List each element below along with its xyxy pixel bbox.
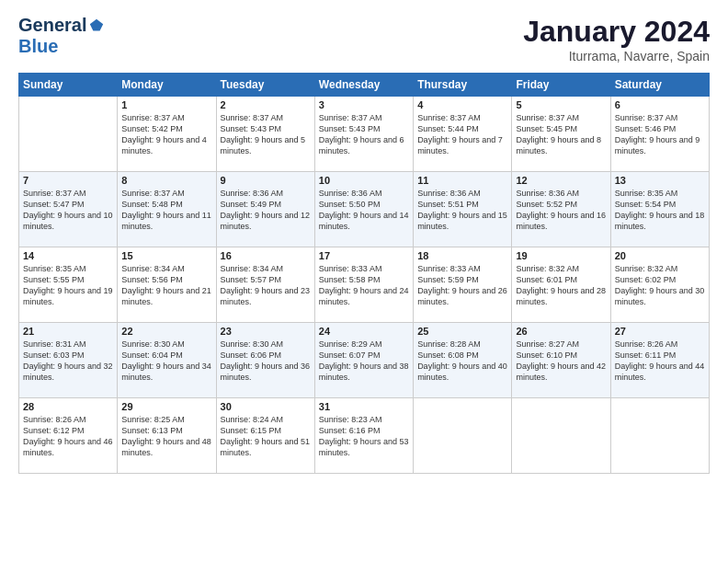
day-number: 21	[23, 326, 113, 337]
calendar-cell: 22 Sunrise: 8:30 AMSunset: 6:04 PMDaylig…	[118, 323, 216, 398]
day-number: 16	[221, 250, 311, 261]
day-number: 26	[516, 326, 606, 337]
cell-info: Sunrise: 8:30 AMSunset: 6:06 PMDaylight:…	[221, 339, 311, 384]
calendar-week-5: 28 Sunrise: 8:26 AMSunset: 6:12 PMDaylig…	[19, 398, 710, 474]
day-number: 28	[23, 401, 113, 412]
day-number: 3	[319, 99, 409, 110]
cell-info: Sunrise: 8:31 AMSunset: 6:03 PMDaylight:…	[23, 339, 113, 384]
calendar-cell: 12 Sunrise: 8:36 AMSunset: 5:52 PMDaylig…	[512, 172, 610, 247]
col-monday: Monday	[118, 74, 216, 97]
col-saturday: Saturday	[610, 74, 709, 97]
day-number: 5	[516, 99, 606, 110]
calendar-week-4: 21 Sunrise: 8:31 AMSunset: 6:03 PMDaylig…	[19, 323, 710, 398]
calendar-cell: 10 Sunrise: 8:36 AMSunset: 5:50 PMDaylig…	[314, 172, 413, 247]
logo-flag-icon	[88, 17, 105, 34]
day-number: 15	[121, 250, 211, 261]
cell-info: Sunrise: 8:24 AMSunset: 6:15 PMDaylight:…	[221, 414, 311, 459]
cell-info: Sunrise: 8:35 AMSunset: 5:55 PMDaylight:…	[23, 263, 113, 308]
calendar-cell: 13 Sunrise: 8:35 AMSunset: 5:54 PMDaylig…	[610, 172, 709, 247]
location: Iturrama, Navarre, Spain	[523, 49, 710, 63]
cell-info: Sunrise: 8:34 AMSunset: 5:56 PMDaylight:…	[121, 263, 211, 308]
calendar-cell: 21 Sunrise: 8:31 AMSunset: 6:03 PMDaylig…	[19, 323, 118, 398]
day-number: 30	[221, 401, 311, 412]
cell-info: Sunrise: 8:37 AMSunset: 5:44 PMDaylight:…	[417, 112, 507, 157]
day-number: 20	[615, 250, 705, 261]
calendar-cell: 8 Sunrise: 8:37 AMSunset: 5:48 PMDayligh…	[118, 172, 216, 247]
logo: General Blue	[18, 15, 105, 57]
calendar-cell: 28 Sunrise: 8:26 AMSunset: 6:12 PMDaylig…	[19, 398, 118, 474]
calendar-week-1: 1 Sunrise: 8:37 AMSunset: 5:42 PMDayligh…	[19, 97, 710, 172]
calendar-cell: 7 Sunrise: 8:37 AMSunset: 5:47 PMDayligh…	[19, 172, 118, 247]
col-thursday: Thursday	[414, 74, 512, 97]
calendar-cell: 31 Sunrise: 8:23 AMSunset: 6:16 PMDaylig…	[314, 398, 413, 474]
day-number: 27	[615, 326, 705, 337]
calendar-cell	[19, 97, 118, 172]
logo-general: General	[18, 15, 86, 36]
day-number: 19	[516, 250, 606, 261]
calendar-cell: 30 Sunrise: 8:24 AMSunset: 6:15 PMDaylig…	[216, 398, 314, 474]
cell-info: Sunrise: 8:25 AMSunset: 6:13 PMDaylight:…	[121, 414, 211, 459]
day-number: 8	[121, 175, 211, 186]
day-number: 9	[221, 175, 311, 186]
col-sunday: Sunday	[19, 74, 118, 97]
day-number: 10	[319, 175, 409, 186]
day-number: 6	[615, 99, 705, 110]
cell-info: Sunrise: 8:37 AMSunset: 5:45 PMDaylight:…	[516, 112, 606, 157]
month-title: January 2024	[523, 15, 710, 49]
calendar-cell	[512, 398, 610, 474]
cell-info: Sunrise: 8:32 AMSunset: 6:02 PMDaylight:…	[615, 263, 705, 308]
day-number: 11	[417, 175, 507, 186]
cell-info: Sunrise: 8:37 AMSunset: 5:46 PMDaylight:…	[615, 112, 705, 157]
calendar-cell: 29 Sunrise: 8:25 AMSunset: 6:13 PMDaylig…	[118, 398, 216, 474]
header-row: Sunday Monday Tuesday Wednesday Thursday…	[19, 74, 710, 97]
cell-info: Sunrise: 8:36 AMSunset: 5:50 PMDaylight:…	[319, 188, 409, 233]
cell-info: Sunrise: 8:36 AMSunset: 5:49 PMDaylight:…	[221, 188, 311, 233]
cell-info: Sunrise: 8:34 AMSunset: 5:57 PMDaylight:…	[221, 263, 311, 308]
col-friday: Friday	[512, 74, 610, 97]
calendar-cell	[610, 398, 709, 474]
cell-info: Sunrise: 8:29 AMSunset: 6:07 PMDaylight:…	[319, 339, 409, 384]
day-number: 12	[516, 175, 606, 186]
calendar-cell: 18 Sunrise: 8:33 AMSunset: 5:59 PMDaylig…	[414, 247, 512, 323]
calendar-page: General Blue January 2024 Iturrama, Nava…	[0, 0, 728, 563]
calendar-cell: 4 Sunrise: 8:37 AMSunset: 5:44 PMDayligh…	[414, 97, 512, 172]
cell-info: Sunrise: 8:26 AMSunset: 6:12 PMDaylight:…	[23, 414, 113, 459]
calendar-cell	[414, 398, 512, 474]
cell-info: Sunrise: 8:33 AMSunset: 5:58 PMDaylight:…	[319, 263, 409, 308]
svg-marker-0	[90, 18, 103, 30]
day-number: 14	[23, 250, 113, 261]
day-number: 17	[319, 250, 409, 261]
calendar-cell: 19 Sunrise: 8:32 AMSunset: 6:01 PMDaylig…	[512, 247, 610, 323]
day-number: 23	[221, 326, 311, 337]
cell-info: Sunrise: 8:23 AMSunset: 6:16 PMDaylight:…	[319, 414, 409, 459]
day-number: 7	[23, 175, 113, 186]
calendar-cell: 27 Sunrise: 8:26 AMSunset: 6:11 PMDaylig…	[610, 323, 709, 398]
day-number: 18	[417, 250, 507, 261]
calendar-cell: 2 Sunrise: 8:37 AMSunset: 5:43 PMDayligh…	[216, 97, 314, 172]
cell-info: Sunrise: 8:37 AMSunset: 5:47 PMDaylight:…	[23, 188, 113, 233]
calendar-week-2: 7 Sunrise: 8:37 AMSunset: 5:47 PMDayligh…	[19, 172, 710, 247]
calendar-cell: 14 Sunrise: 8:35 AMSunset: 5:55 PMDaylig…	[19, 247, 118, 323]
cell-info: Sunrise: 8:37 AMSunset: 5:43 PMDaylight:…	[319, 112, 409, 157]
cell-info: Sunrise: 8:36 AMSunset: 5:51 PMDaylight:…	[417, 188, 507, 233]
calendar-cell: 26 Sunrise: 8:27 AMSunset: 6:10 PMDaylig…	[512, 323, 610, 398]
day-number: 25	[417, 326, 507, 337]
cell-info: Sunrise: 8:33 AMSunset: 5:59 PMDaylight:…	[417, 263, 507, 308]
calendar-table: Sunday Monday Tuesday Wednesday Thursday…	[18, 73, 710, 474]
calendar-cell: 1 Sunrise: 8:37 AMSunset: 5:42 PMDayligh…	[118, 97, 216, 172]
cell-info: Sunrise: 8:27 AMSunset: 6:10 PMDaylight:…	[516, 339, 606, 384]
calendar-cell: 17 Sunrise: 8:33 AMSunset: 5:58 PMDaylig…	[314, 247, 413, 323]
cell-info: Sunrise: 8:36 AMSunset: 5:52 PMDaylight:…	[516, 188, 606, 233]
calendar-cell: 9 Sunrise: 8:36 AMSunset: 5:49 PMDayligh…	[216, 172, 314, 247]
calendar-week-3: 14 Sunrise: 8:35 AMSunset: 5:55 PMDaylig…	[19, 247, 710, 323]
day-number: 31	[319, 401, 409, 412]
cell-info: Sunrise: 8:37 AMSunset: 5:42 PMDaylight:…	[121, 112, 211, 157]
calendar-cell: 3 Sunrise: 8:37 AMSunset: 5:43 PMDayligh…	[314, 97, 413, 172]
title-area: January 2024 Iturrama, Navarre, Spain	[523, 15, 710, 63]
calendar-cell: 5 Sunrise: 8:37 AMSunset: 5:45 PMDayligh…	[512, 97, 610, 172]
col-tuesday: Tuesday	[216, 74, 314, 97]
day-number: 4	[417, 99, 507, 110]
header: General Blue January 2024 Iturrama, Nava…	[18, 15, 710, 63]
day-number: 1	[121, 99, 211, 110]
calendar-cell: 6 Sunrise: 8:37 AMSunset: 5:46 PMDayligh…	[610, 97, 709, 172]
